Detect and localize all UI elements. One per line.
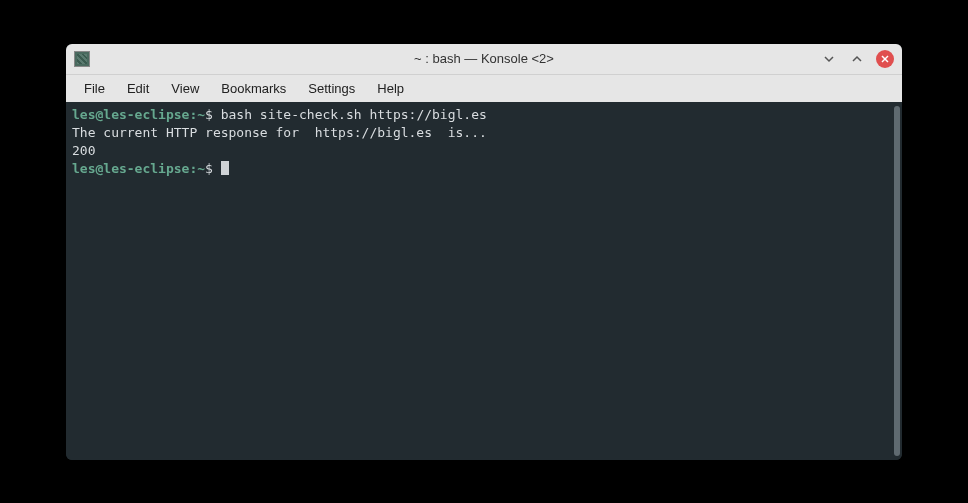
- terminal-line: 200: [72, 142, 886, 160]
- menu-settings[interactable]: Settings: [298, 77, 365, 100]
- menu-help[interactable]: Help: [367, 77, 414, 100]
- command-text: bash site-check.sh https://bigl.es: [221, 107, 487, 122]
- maximize-button[interactable]: [848, 50, 866, 68]
- close-icon: [879, 53, 891, 65]
- chevron-down-icon: [823, 53, 835, 65]
- cursor: [221, 161, 229, 175]
- terminal-line: The current HTTP response for https://bi…: [72, 124, 886, 142]
- titlebar[interactable]: ~ : bash — Konsole <2>: [66, 44, 902, 74]
- app-icon: [74, 51, 90, 67]
- scroll-thumb[interactable]: [894, 106, 900, 456]
- scrollbar[interactable]: [892, 102, 902, 460]
- menubar: File Edit View Bookmarks Settings Help: [66, 74, 902, 102]
- menu-view[interactable]: View: [161, 77, 209, 100]
- terminal-line: les@les-eclipse:~$ bash site-check.sh ht…: [72, 106, 886, 124]
- close-button[interactable]: [876, 50, 894, 68]
- menu-file[interactable]: File: [74, 77, 115, 100]
- menu-bookmarks[interactable]: Bookmarks: [211, 77, 296, 100]
- terminal-area: les@les-eclipse:~$ bash site-check.sh ht…: [66, 102, 902, 460]
- menu-edit[interactable]: Edit: [117, 77, 159, 100]
- window-controls: [820, 50, 894, 68]
- chevron-up-icon: [851, 53, 863, 65]
- minimize-button[interactable]: [820, 50, 838, 68]
- terminal-line: les@les-eclipse:~$: [72, 160, 886, 178]
- window-title: ~ : bash — Konsole <2>: [66, 51, 902, 66]
- konsole-window: ~ : bash — Konsole <2> File Edit: [66, 44, 902, 460]
- terminal[interactable]: les@les-eclipse:~$ bash site-check.sh ht…: [66, 102, 892, 460]
